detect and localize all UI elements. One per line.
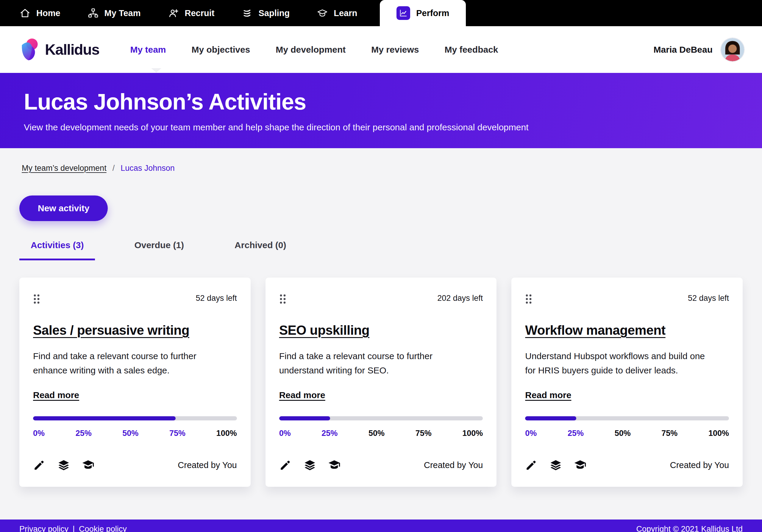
- home-icon: [20, 8, 30, 19]
- topnav-learn-label: Learn: [334, 8, 357, 18]
- activity-description: Find a take a relevant course to further…: [279, 349, 470, 377]
- read-more-link[interactable]: Read more: [279, 390, 325, 400]
- topnav-recruit-label: Recruit: [185, 8, 215, 18]
- learn-course-icon[interactable]: [574, 459, 586, 471]
- page-subtitle: View the development needs of your team …: [24, 122, 738, 132]
- edit-pencil-icon[interactable]: [33, 459, 45, 471]
- topnav-sapling-label: Sapling: [258, 8, 290, 18]
- brand-name: Kallidus: [45, 41, 99, 58]
- main-content: My team’s development / Lucas Johnson Ne…: [0, 148, 762, 532]
- cookie-policy-link[interactable]: Cookie policy: [79, 525, 127, 532]
- person-add-icon: [168, 8, 179, 19]
- tab-archived[interactable]: Archived (0): [223, 240, 297, 260]
- milestone-label: 25%: [568, 429, 584, 438]
- tab-overdue[interactable]: Overdue (1): [123, 240, 195, 260]
- avatar[interactable]: [721, 38, 744, 61]
- topnav-sapling[interactable]: Sapling: [228, 0, 303, 26]
- nav-my-feedback[interactable]: My feedback: [444, 45, 498, 55]
- topnav-recruit[interactable]: Recruit: [154, 0, 228, 26]
- progress-bar: [33, 416, 237, 421]
- active-nav-caret: [151, 68, 161, 73]
- activity-tabs: Activities (3) Overdue (1) Archived (0): [19, 240, 743, 260]
- read-more-link[interactable]: Read more: [525, 390, 571, 400]
- activity-card: 52 days left Workflow management Underst…: [511, 278, 743, 487]
- brand-bar: Kallidus My team My objectives My develo…: [0, 26, 762, 73]
- learn-course-icon[interactable]: [328, 459, 341, 471]
- tab-activities[interactable]: Activities (3): [19, 240, 95, 260]
- breadcrumb-parent-link[interactable]: My team’s development: [22, 164, 107, 173]
- created-by-label: Created by You: [178, 460, 237, 470]
- activity-description: Understand Hubspot workflows and build o…: [525, 349, 716, 377]
- user-menu[interactable]: Maria DeBeau: [654, 38, 744, 61]
- drag-handle-icon[interactable]: [525, 294, 532, 304]
- activity-title-link[interactable]: Sales / persuasive writing: [33, 323, 189, 338]
- privacy-policy-link[interactable]: Privacy policy: [19, 525, 68, 532]
- created-by-label: Created by You: [670, 460, 729, 470]
- activity-title-link[interactable]: Workflow management: [525, 323, 665, 338]
- topnav-perform-label: Perform: [416, 8, 449, 18]
- nav-my-team[interactable]: My team: [130, 45, 166, 55]
- progress-bar-fill: [525, 416, 576, 421]
- drag-handle-icon[interactable]: [279, 294, 286, 304]
- days-left-label: 52 days left: [196, 294, 237, 303]
- progress-bar: [279, 416, 483, 421]
- milestone-label: 0%: [33, 429, 45, 438]
- footer-separator: |: [73, 525, 75, 532]
- copyright-text: Copyright © 2021 Kallidus Ltd: [636, 525, 743, 532]
- chart-icon: [397, 6, 410, 20]
- learn-course-icon[interactable]: [82, 459, 94, 471]
- milestone-label: 50%: [368, 429, 385, 438]
- org-chart-icon: [88, 8, 99, 19]
- user-name: Maria DeBeau: [654, 45, 713, 55]
- activity-description: Find and take a relevant course to furth…: [33, 349, 224, 377]
- milestone-label: 100%: [216, 429, 237, 438]
- page-footer: Privacy policy | Cookie policy Copyright…: [0, 519, 762, 532]
- edit-pencil-icon[interactable]: [279, 459, 292, 471]
- topnav-learn[interactable]: Learn: [303, 0, 371, 26]
- edit-pencil-icon[interactable]: [525, 459, 538, 471]
- drag-handle-icon[interactable]: [33, 294, 40, 304]
- graduation-cap-icon: [317, 8, 328, 19]
- progress-milestones: 0% 25% 50% 75% 100%: [33, 429, 237, 438]
- progress-milestones: 0% 25% 50% 75% 100%: [525, 429, 729, 438]
- topnav-home-label: Home: [36, 8, 60, 18]
- milestone-label: 75%: [416, 429, 431, 438]
- milestone-label: 25%: [76, 429, 92, 438]
- progress-milestones: 0% 25% 50% 75% 100%: [279, 429, 483, 438]
- progress-bar: [525, 416, 729, 421]
- topnav-my-team[interactable]: My Team: [74, 0, 154, 26]
- layers-icon[interactable]: [550, 459, 562, 471]
- topnav-perform[interactable]: Perform: [380, 0, 466, 26]
- milestone-label: 100%: [709, 429, 729, 438]
- breadcrumb-current: Lucas Johnson: [120, 164, 175, 173]
- progress-bar-fill: [279, 416, 330, 421]
- kallidus-logo[interactable]: Kallidus: [19, 38, 99, 62]
- progress-bar-fill: [33, 416, 176, 421]
- milestone-label: 75%: [661, 429, 677, 438]
- activity-title-link[interactable]: SEO upskilling: [279, 323, 370, 338]
- milestone-label: 100%: [462, 429, 483, 438]
- days-left-label: 52 days left: [688, 294, 729, 303]
- top-app-bar: Home My Team Recruit Sapling Learn Perfo…: [0, 0, 762, 26]
- milestone-label: 0%: [525, 429, 537, 438]
- nav-my-reviews[interactable]: My reviews: [371, 45, 419, 55]
- read-more-link[interactable]: Read more: [33, 390, 79, 400]
- created-by-label: Created by You: [424, 460, 483, 470]
- new-activity-button[interactable]: New activity: [19, 195, 108, 221]
- layers-icon[interactable]: [304, 459, 316, 471]
- kallidus-logo-icon: [19, 38, 39, 62]
- layers-icon[interactable]: [57, 459, 70, 471]
- nav-my-objectives[interactable]: My objectives: [192, 45, 250, 55]
- page-title: Lucas Johnson’s Activities: [24, 89, 738, 114]
- milestone-label: 50%: [122, 429, 138, 438]
- nav-my-development[interactable]: My development: [276, 45, 345, 55]
- topnav-my-team-label: My Team: [105, 8, 141, 18]
- milestone-label: 75%: [169, 429, 186, 438]
- activity-card: 202 days left SEO upskilling Find a take…: [266, 278, 497, 487]
- breadcrumb: My team’s development / Lucas Johnson: [19, 164, 743, 173]
- days-left-label: 202 days left: [437, 294, 483, 303]
- breadcrumb-separator: /: [113, 164, 115, 173]
- topnav-home[interactable]: Home: [6, 0, 74, 26]
- section-nav: My team My objectives My development My …: [130, 45, 498, 55]
- milestone-label: 0%: [279, 429, 291, 438]
